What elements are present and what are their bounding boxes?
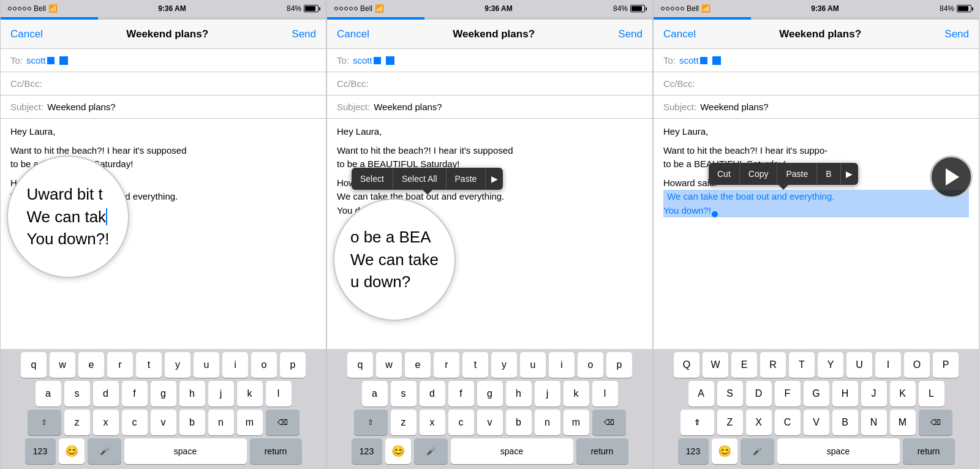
key-shift-2[interactable]: ⇧ (354, 410, 388, 435)
cc-field-row-2[interactable]: Cc/Bcc: (327, 72, 652, 96)
key-o-1[interactable]: o (251, 352, 277, 378)
key-h-1[interactable]: h (179, 381, 205, 407)
key-x-1[interactable]: x (93, 410, 119, 435)
menu-arrow-3[interactable]: ▶ (841, 163, 858, 185)
key-m-1[interactable]: m (237, 410, 263, 435)
key-l-1[interactable]: l (266, 381, 292, 407)
key-mic-3[interactable]: 🎤 (741, 438, 774, 464)
menu-select-2[interactable]: Select (352, 168, 393, 190)
key-t-1[interactable]: t (136, 352, 162, 378)
key-delete-2[interactable]: ⌫ (592, 410, 626, 435)
key-p-1[interactable]: p (280, 352, 306, 378)
key-D-3[interactable]: D (746, 381, 772, 407)
key-Y-3[interactable]: Y (818, 352, 843, 378)
to-field-row-3[interactable]: To: scott (654, 49, 979, 72)
key-F-3[interactable]: F (775, 381, 801, 407)
key-g-1[interactable]: g (151, 381, 176, 407)
key-m-2[interactable]: m (564, 410, 589, 435)
key-l-2[interactable]: l (592, 381, 618, 407)
cc-field-row-1[interactable]: Cc/Bcc: (1, 72, 326, 96)
key-i-1[interactable]: i (222, 352, 248, 378)
key-c-1[interactable]: c (122, 410, 148, 435)
key-a-1[interactable]: a (36, 381, 61, 407)
key-b-1[interactable]: b (179, 410, 205, 435)
key-e-1[interactable]: e (78, 352, 104, 378)
key-I-3[interactable]: I (875, 352, 901, 378)
key-G-3[interactable]: G (804, 381, 829, 407)
key-d-2[interactable]: d (420, 381, 445, 407)
key-return-2[interactable]: return (576, 438, 628, 464)
key-A-3[interactable]: A (688, 381, 714, 407)
key-shift-3[interactable]: ⇧ (680, 410, 714, 435)
key-U-3[interactable]: U (846, 352, 872, 378)
key-L-3[interactable]: L (919, 381, 944, 407)
key-g-2[interactable]: g (477, 381, 503, 407)
key-q-1[interactable]: q (21, 352, 47, 378)
to-field-row-2[interactable]: To: scott (327, 49, 652, 72)
key-v-2[interactable]: v (477, 410, 503, 435)
key-r-2[interactable]: r (434, 352, 459, 378)
key-Z-3[interactable]: Z (717, 410, 743, 435)
key-z-1[interactable]: z (64, 410, 90, 435)
key-S-3[interactable]: S (717, 381, 743, 407)
to-field-row-1[interactable]: To: scott (1, 49, 326, 72)
key-p-2[interactable]: p (606, 352, 632, 378)
key-s-1[interactable]: s (64, 381, 90, 407)
key-emoji-1[interactable]: 😊 (59, 438, 85, 464)
menu-b-3[interactable]: B (817, 163, 840, 185)
menu-paste-3[interactable]: Paste (777, 163, 817, 185)
key-shift-1[interactable]: ⇧ (28, 410, 61, 435)
key-mic-1[interactable]: 🎤 (88, 438, 121, 464)
key-mic-2[interactable]: 🎤 (414, 438, 448, 464)
send-button-2[interactable]: Send (618, 28, 643, 40)
key-num-3[interactable]: 123 (678, 438, 709, 464)
key-J-3[interactable]: J (861, 381, 887, 407)
key-w-1[interactable]: w (50, 352, 75, 378)
key-f-1[interactable]: f (122, 381, 148, 407)
key-V-3[interactable]: V (804, 410, 829, 435)
key-v-1[interactable]: v (151, 410, 176, 435)
key-y-2[interactable]: y (491, 352, 517, 378)
email-body-1[interactable]: Hey Laura, Want to hit the beach?! I hea… (1, 119, 326, 349)
key-B-3[interactable]: B (832, 410, 858, 435)
key-H-3[interactable]: H (832, 381, 858, 407)
key-Q-3[interactable]: Q (674, 352, 699, 378)
key-a-2[interactable]: a (362, 381, 388, 407)
key-z-2[interactable]: z (391, 410, 417, 435)
email-body-3[interactable]: Hey Laura, Want to hit the beach?! I hea… (654, 119, 979, 349)
key-k-1[interactable]: k (237, 381, 263, 407)
play-button-3[interactable] (930, 156, 973, 198)
key-emoji-2[interactable]: 😊 (385, 438, 411, 464)
cc-field-row-3[interactable]: Cc/Bcc: (654, 72, 979, 96)
subject-field-row-1[interactable]: Subject: Weekend plans? (1, 96, 326, 119)
key-delete-3[interactable]: ⌫ (919, 410, 952, 435)
key-f-2[interactable]: f (448, 381, 474, 407)
cancel-button-1[interactable]: Cancel (10, 28, 43, 40)
subject-field-row-3[interactable]: Subject: Weekend plans? (654, 96, 979, 119)
key-return-1[interactable]: return (250, 438, 302, 464)
key-w-2[interactable]: w (376, 352, 402, 378)
key-space-2[interactable]: space (451, 438, 573, 464)
menu-paste-2[interactable]: Paste (447, 168, 486, 190)
key-K-3[interactable]: K (890, 381, 916, 407)
key-n-2[interactable]: n (535, 410, 560, 435)
key-N-3[interactable]: N (861, 410, 887, 435)
key-num-2[interactable]: 123 (352, 438, 382, 464)
cancel-button-3[interactable]: Cancel (663, 28, 696, 40)
cancel-button-2[interactable]: Cancel (337, 28, 369, 40)
menu-select-all-2[interactable]: Select All (393, 168, 447, 190)
key-o-2[interactable]: o (578, 352, 603, 378)
key-delete-1[interactable]: ⌫ (266, 410, 300, 435)
menu-cut-3[interactable]: Cut (709, 163, 740, 185)
key-O-3[interactable]: O (904, 352, 930, 378)
key-space-1[interactable]: space (124, 438, 247, 464)
send-button-3[interactable]: Send (944, 28, 969, 40)
key-R-3[interactable]: R (760, 352, 786, 378)
key-d-1[interactable]: d (93, 381, 119, 407)
key-emoji-3[interactable]: 😊 (712, 438, 737, 464)
key-r-1[interactable]: r (107, 352, 133, 378)
menu-arrow-2[interactable]: ▶ (486, 168, 503, 190)
key-M-3[interactable]: M (890, 410, 916, 435)
send-button-1[interactable]: Send (292, 28, 316, 40)
key-return-3[interactable]: return (903, 438, 955, 464)
